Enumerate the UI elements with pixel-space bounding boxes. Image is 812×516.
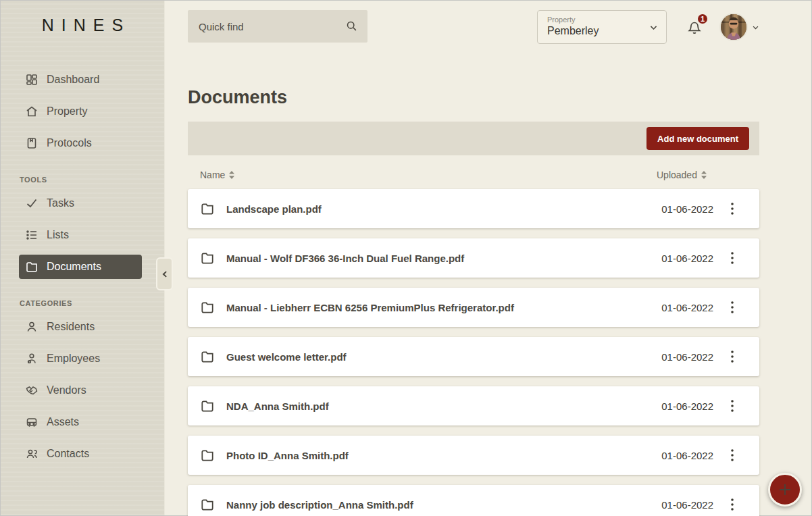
table-row[interactable]: Manual - Wolf DF366 36-Inch Dual Fuel Ra… — [188, 238, 759, 278]
table-row[interactable]: NDA_Anna Smith.pdf 01-06-2022 — [188, 386, 759, 425]
property-selector[interactable]: Property Pemberley — [537, 10, 667, 44]
search-input[interactable] — [199, 21, 346, 32]
sidebar-item-assets[interactable]: Assets — [19, 410, 142, 434]
user-menu[interactable] — [719, 13, 759, 41]
folder-icon — [25, 260, 39, 274]
sort-icon — [701, 171, 707, 179]
property-selector-value: Pemberley — [547, 25, 599, 37]
folder-icon — [200, 497, 215, 512]
add-new-document-button[interactable]: Add new document — [646, 127, 749, 150]
folder-icon — [200, 448, 215, 463]
main-content: Property Pemberley 1 — [165, 1, 811, 515]
sidebar-item-contacts[interactable]: Contacts — [19, 442, 142, 466]
add-fab-button[interactable] — [768, 473, 802, 507]
document-uploaded-date: 01-06-2022 — [639, 351, 713, 363]
sidebar: NINES Dashboard Property Protocols TOOLS… — [1, 1, 165, 515]
table-row[interactable]: Nanny job description_Anna Smith.pdf 01-… — [188, 485, 759, 516]
documents-toolbar: Add new document — [188, 122, 759, 155]
sidebar-item-label: Tasks — [47, 197, 74, 209]
row-menu-button[interactable] — [713, 400, 751, 412]
kebab-icon — [731, 252, 734, 264]
sidebar-item-documents[interactable]: Documents — [19, 255, 142, 279]
search-icon — [346, 20, 358, 32]
document-name: Nanny job description_Anna Smith.pdf — [226, 499, 413, 511]
car-icon — [25, 415, 39, 429]
sidebar-item-label: Protocols — [47, 137, 92, 149]
sidebar-item-label: Lists — [47, 229, 69, 241]
sidebar-item-lists[interactable]: Lists — [19, 223, 142, 247]
table-row[interactable]: Landscape plan.pdf 01-06-2022 — [188, 189, 759, 228]
folder-icon — [200, 398, 215, 413]
document-uploaded-date: 01-06-2022 — [639, 499, 713, 511]
notifications-button[interactable]: 1 — [686, 18, 703, 39]
avatar-photo — [721, 14, 746, 40]
row-menu-button[interactable] — [713, 301, 751, 313]
sidebar-item-label: Assets — [47, 416, 79, 428]
table-header: Name Uploaded — [188, 166, 759, 183]
column-header-uploaded[interactable]: Uploaded — [639, 170, 759, 180]
kebab-icon — [731, 400, 734, 412]
nines-logo: NINES — [1, 1, 164, 35]
sidebar-item-residents[interactable]: Residents — [19, 315, 142, 339]
avatar — [719, 13, 748, 41]
sidebar-item-label: Employees — [47, 353, 100, 365]
person-icon — [25, 320, 39, 334]
topbar-right: Property Pemberley 1 — [537, 10, 759, 44]
property-selector-labels: Property Pemberley — [547, 16, 599, 37]
sidebar-collapse-button[interactable] — [156, 257, 173, 290]
clipboard-icon — [25, 136, 39, 150]
document-uploaded-date: 01-06-2022 — [639, 253, 713, 264]
folder-icon — [200, 201, 215, 216]
sidebar-item-label: Dashboard — [47, 74, 99, 86]
folder-icon — [200, 349, 215, 364]
document-name: Guest welcome letter.pdf — [226, 351, 347, 363]
row-menu-button[interactable] — [713, 449, 751, 461]
kebab-icon — [731, 203, 734, 215]
document-name: Photo ID_Anna Smith.pdf — [226, 450, 349, 461]
plus-icon — [778, 482, 792, 497]
sidebar-nav: Dashboard Property Protocols TOOLS Tasks… — [1, 68, 164, 466]
sidebar-item-dashboard[interactable]: Dashboard — [19, 68, 142, 92]
quick-find-search[interactable] — [188, 10, 367, 43]
categories-section-label: CATEGORIES — [20, 299, 164, 307]
documents-list: Landscape plan.pdf 01-06-2022 Manual - W… — [188, 189, 759, 516]
app-window: NINES Dashboard Property Protocols TOOLS… — [0, 0, 812, 516]
tools-section-label: TOOLS — [20, 176, 164, 184]
kebab-icon — [731, 351, 734, 363]
row-menu-button[interactable] — [713, 351, 751, 363]
checkmark-icon — [25, 197, 39, 210]
sort-icon — [229, 171, 234, 179]
row-menu-button[interactable] — [713, 203, 751, 215]
folder-icon — [200, 300, 215, 315]
sidebar-item-label: Documents — [47, 261, 101, 273]
table-row[interactable]: Photo ID_Anna Smith.pdf 01-06-2022 — [188, 436, 759, 475]
document-uploaded-date: 01-06-2022 — [639, 401, 713, 412]
column-header-uploaded-label: Uploaded — [657, 170, 697, 180]
people-icon — [25, 447, 39, 461]
table-row[interactable]: Manual - Liebherr ECBN 6256 PremiumPlus … — [188, 288, 759, 327]
topbar: Property Pemberley 1 — [188, 10, 759, 53]
sidebar-item-vendors[interactable]: Vendors — [19, 378, 142, 403]
document-uploaded-date: 01-06-2022 — [639, 450, 713, 461]
sidebar-item-employees[interactable]: Employees — [19, 346, 142, 371]
page-title: Documents — [188, 87, 759, 108]
notification-badge: 1 — [696, 13, 709, 25]
sidebar-item-label: Vendors — [47, 384, 86, 396]
chevron-down-icon — [752, 24, 759, 31]
sidebar-item-label: Property — [47, 105, 87, 118]
row-menu-button[interactable] — [713, 252, 751, 264]
sidebar-item-property[interactable]: Property — [19, 99, 142, 124]
document-name: Manual - Liebherr ECBN 6256 PremiumPlus … — [226, 302, 514, 313]
list-icon — [25, 228, 39, 242]
column-header-name-label: Name — [200, 170, 225, 180]
table-row[interactable]: Guest welcome letter.pdf 01-06-2022 — [188, 337, 759, 376]
row-menu-button[interactable] — [713, 498, 751, 511]
kebab-icon — [731, 498, 734, 511]
sidebar-item-protocols[interactable]: Protocols — [19, 131, 142, 155]
chevron-down-icon — [649, 23, 658, 32]
document-name: Manual - Wolf DF366 36-Inch Dual Fuel Ra… — [226, 253, 464, 264]
sidebar-item-tasks[interactable]: Tasks — [19, 191, 142, 215]
document-uploaded-date: 01-06-2022 — [639, 302, 713, 313]
document-uploaded-date: 01-06-2022 — [639, 203, 713, 215]
column-header-name[interactable]: Name — [200, 170, 234, 180]
